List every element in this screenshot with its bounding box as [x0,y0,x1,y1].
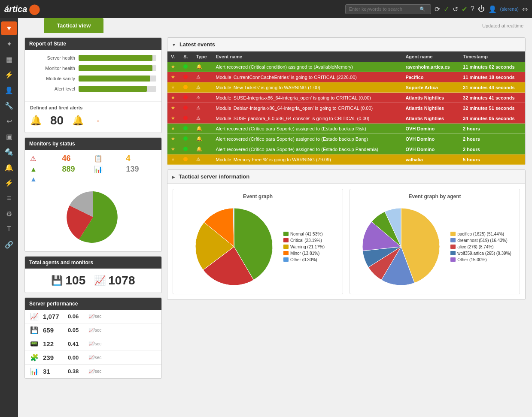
sidebar-item-alerts[interactable]: ⚡ [1,68,17,82]
sidebar-item-modules[interactable]: ▣ [1,130,17,143]
tab-bar: Tactical view Updated at realtime [18,18,532,33]
tactical-header[interactable]: Tactical server information [167,170,525,184]
cell-timestamp: 11 minutes 02 seconds [459,62,525,72]
cell-timestamp: 32 minutes 41 seconds [459,93,525,103]
cell-event: Module 'SUSE-Integria-x86_64-integria_op… [212,93,402,103]
sidebar-item-flash[interactable]: ⚡ [1,176,17,190]
cell-agent: OVH Domino [402,144,459,154]
sidebar-item-notifications[interactable]: 🔔 [1,160,17,174]
sidebar-item-monitor[interactable]: ♥ [1,21,17,35]
cell-s [180,134,193,144]
col-type: Type [193,51,213,62]
cell-s [180,113,193,124]
charts-row: Event graph Normal (41.53%)Critical (23.… [167,184,525,299]
report-of-state-header: Report of State [25,38,161,50]
cell-s [180,62,193,72]
search-input[interactable] [349,6,418,12]
perf-unit-4: 📈/sec [88,369,101,374]
monitors-grid: ⚠ 46 📋 4 ▲ [25,150,161,185]
username-label[interactable]: (slerena) [500,6,519,12]
perf-num-4: 31 [43,368,64,375]
monitors-pie-container [25,185,161,251]
sidebar-item-settings[interactable]: ⚙ [1,207,17,221]
monitors-by-status-panel: Monitors by status ⚠ 46 📋 4 [24,137,162,252]
cell-event: Alert recovered (Crítico para Soporte) a… [212,134,402,144]
events-header[interactable]: Latest events [167,38,525,51]
notifications-icon: 🔔 [5,163,13,172]
legend-color [283,257,289,262]
cell-event: Module 'CurrentConnCacheEntries' is goin… [212,72,402,82]
perf-rate-4: 0.38 [68,368,85,375]
cell-timestamp: 11 minutes 18 seconds [459,72,525,82]
sidebar-item-undo[interactable]: ↩ [1,114,17,128]
logo-icon: ⬤ [29,3,40,15]
events-table-header-row: V. S. Type Event name Agent name Timesta… [167,51,525,62]
server-perf-header: Server performance [25,298,161,310]
sidebar-item-text[interactable]: T [1,222,17,236]
cell-v: ★ [167,113,180,124]
table-row: ★ ⚠ Module 'New Tickets' is going to WAR… [167,82,525,93]
undo-icon: ↩ [6,117,12,125]
checkmark-icon[interactable]: ✓ [444,5,449,13]
legend-item: Other (15.00%) [450,257,511,262]
user-icon[interactable]: 👤 [488,5,497,13]
total-monitors-cell: 📈 1078 [94,274,135,287]
health-row-sanity: Module sanity [30,76,156,82]
expand-icon[interactable]: ⇔ [522,5,528,13]
tools-icon: 🔧 [5,102,13,110]
critical-count: 46 [62,154,71,163]
legend-color [450,232,456,236]
table-row: ★ ⚠ Module 'SUSE-Integria-x86_64-integri… [167,93,525,103]
tactical-section: Tactical server information Event graph … [167,169,526,300]
perf-icon-3: 🧩 [30,354,40,362]
legend-item: wolf359.artica (265) (8.39%) [450,251,511,256]
agent-pie-svg [358,204,444,290]
report-of-state-body: Server health Monitor health [25,50,161,101]
perf-rate-2: 0.41 [68,341,85,347]
settings-icon: ⚙ [6,210,12,218]
sidebar-item-users[interactable]: 👤 [1,83,17,97]
sidebar-item-list[interactable]: ≡ [1,191,17,205]
sidebar-item-tools[interactable]: 🔧 [1,99,17,112]
sidebar-item-targets[interactable]: ✦ [1,37,17,51]
cell-s [180,103,193,113]
cell-s [180,124,193,134]
events-section: Latest events V. S. Type Event name Agen… [167,37,526,165]
sidebar-item-reports[interactable]: ▦ [1,52,17,66]
main-layout: ♥ ✦ ▦ ⚡ 👤 🔧 ↩ ▣ 🔩 🔔 ⚡ [0,18,532,417]
poweroff-icon[interactable]: ⏻ [478,5,485,13]
cell-timestamp: 2 hours [459,144,525,154]
cell-v: ★ [167,82,180,93]
help-icon[interactable]: ? [471,5,474,13]
refresh-icon[interactable]: ⟳ [435,5,440,13]
unknown-count: 4 [126,154,131,163]
search-icon: 🔍 [420,6,426,12]
tick-icon[interactable]: ✔ [462,5,467,13]
monitors-pie-chart [65,189,121,245]
legend-label: Warning (21.17%) [290,245,325,249]
normal-count: 889 [62,165,75,174]
col-s: S. [180,51,193,62]
totals-row: 💾 105 📈 1078 [25,269,161,293]
list-icon: ≡ [7,194,11,202]
cell-event: Alert recovered (Crítico para Soporte) a… [212,144,402,154]
tab-tactical-view[interactable]: Tactical view [44,18,103,33]
cell-type: ⚠ [193,154,213,165]
search-box[interactable]: 🔍 [345,4,431,14]
cell-event: Module 'SUSE-pandora_6.0-x86_64-console'… [212,113,402,124]
updated-label: Updated at realtime [482,23,523,28]
legend-item: alice (276) (8.74%) [450,245,511,249]
alerts-icon: ⚡ [5,71,13,79]
mon-num-unknown: 4 [126,154,157,163]
monitors-count: 1078 [108,274,135,287]
sidebar-item-link[interactable]: 🔗 [1,238,17,251]
col-event-name: Event name [212,51,402,62]
power-refresh-icon[interactable]: ↺ [453,5,458,13]
cell-v: ★ [167,72,180,82]
col-v: V. [167,51,180,62]
table-row: ★ 🔔 Alert recovered (Crítico para Soport… [167,134,525,144]
perf-rate-1: 0.05 [68,327,85,333]
sidebar-item-config[interactable]: 🔩 [1,145,17,159]
perf-icon-0: 📈 [30,312,40,320]
unknown-icon: 📋 [94,154,103,163]
